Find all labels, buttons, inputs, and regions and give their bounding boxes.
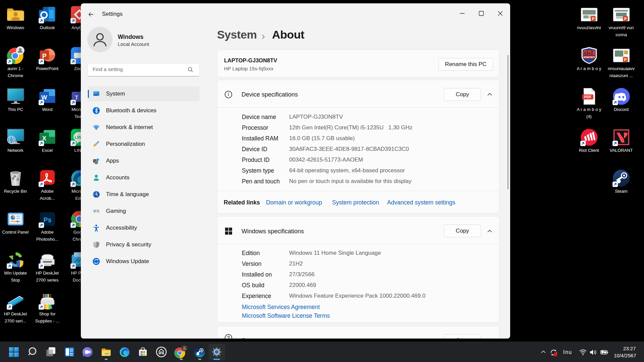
svg-text:W: W bbox=[41, 94, 47, 101]
svg-text:P: P bbox=[624, 17, 627, 21]
svg-text:P: P bbox=[624, 58, 627, 62]
svg-text:P: P bbox=[592, 17, 594, 21]
svg-text:ARAM BOY: ARAM BOY bbox=[583, 56, 595, 58]
svg-text:P: P bbox=[42, 52, 46, 60]
svg-text:PDF: PDF bbox=[584, 95, 591, 99]
svg-text:Ps: Ps bbox=[43, 216, 51, 224]
svg-text:X: X bbox=[42, 135, 46, 142]
svg-text:T: T bbox=[75, 94, 78, 101]
